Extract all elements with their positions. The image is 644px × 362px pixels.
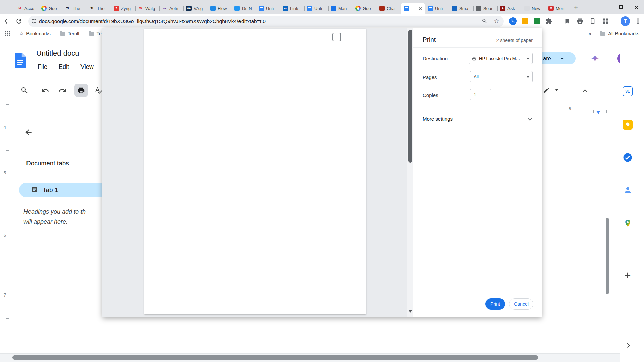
doc-scrollbar-thumb[interactable] [606,218,609,294]
close-icon [634,5,639,9]
editing-mode-button[interactable] [543,87,550,95]
horizontal-ruler-number: 6 [567,106,573,111]
more-settings-row[interactable]: More settings [413,111,542,128]
tab-favicon: W [138,6,143,11]
redo-icon[interactable] [58,86,66,96]
browser-tab[interactable]: W Walg [135,3,159,14]
tab-title: New [532,6,543,11]
tab-close-icon[interactable] [418,6,422,11]
document-tab-1[interactable]: Tab 1 [19,183,116,197]
zoom-icon[interactable] [482,18,487,24]
copies-input[interactable]: 1 [470,89,491,100]
more-settings-label: More settings [423,116,453,122]
bookmarks-overflow-icon[interactable]: » [588,30,591,37]
menu-item[interactable]: File [38,63,47,71]
browser-window: M Acco Goo TL The TL The Z Zy [0,0,644,362]
browser-tab[interactable]: TL The [87,3,111,14]
hide-menus-button[interactable] [583,89,587,94]
undo-icon[interactable] [41,86,49,96]
refresh-button[interactable] [15,17,22,25]
destination-label: Destination [423,56,448,61]
bookmark-item[interactable]: Terrill [60,31,79,36]
preview-content-square [332,33,341,41]
bookmark-item[interactable]: Bookmarks [19,30,51,37]
browser-tab[interactable]: Flow [208,3,232,14]
site-info-icon[interactable] [31,18,37,24]
tab-title: Sear [483,6,495,11]
browser-tab[interactable]: Sma [449,3,473,14]
spellcheck-icon[interactable] [95,86,103,96]
close-button[interactable] [629,0,644,14]
browser-tab[interactable]: Man [328,3,353,14]
get-addons-button[interactable]: + [623,269,633,282]
calendar-icon[interactable]: 31 [623,86,633,96]
browser-tab[interactable]: Goo [353,3,377,14]
menu-item[interactable]: Edit [59,63,69,71]
browser-tab[interactable]: Dr. N [232,3,256,14]
tab-favicon [355,6,361,11]
margin-marker-triangle[interactable] [596,111,601,116]
browser-tab[interactable]: M Acco [14,3,39,14]
browser-tab[interactable]: New [522,3,546,14]
tab-favicon [234,6,240,11]
docs-print-button[interactable] [74,84,88,97]
cancel-button[interactable]: Cancel [509,298,533,310]
share-button[interactable]: are [542,52,576,64]
browser-tab[interactable]: Unti [425,3,449,14]
print-toolbar-icon[interactable] [577,18,583,25]
browser-menu-icon[interactable] [637,20,639,22]
share-dropdown-icon[interactable] [560,58,564,61]
horizontal-scrollbar-thumb[interactable] [12,355,538,360]
browser-tab[interactable]: Unti [304,3,328,14]
pages-select[interactable]: All [470,71,533,82]
browser-tab[interactable]: TL The [63,3,87,14]
browser-tab[interactable]: Unti [256,3,280,14]
destination-select[interactable]: HP LaserJet Pro MFP M1 [469,53,533,64]
apps-grid-icon[interactable] [5,31,10,36]
tab-favicon [379,6,385,11]
docs-logo-icon[interactable] [15,53,26,70]
minimize-button[interactable] [598,0,613,14]
browser-tab[interactable]: Z Zyng [111,3,135,14]
url-text[interactable]: docs.google.com/document/d/19bXU3Go_ilgO… [39,16,476,27]
keep-icon[interactable] [623,120,633,130]
maximize-button[interactable] [613,0,629,14]
browser-tab[interactable]: M Men [546,3,570,14]
tab-groups-icon[interactable] [603,18,608,24]
browser-tab[interactable]: ae Aetn [159,3,183,14]
vertical-ruler-number: 4 [1,125,6,130]
browser-tab[interactable] [401,3,425,14]
gemini-icon[interactable] [591,54,599,64]
bookmark-star-icon[interactable] [494,18,499,25]
phone-extension-icon[interactable] [509,17,517,25]
browser-tab[interactable]: A Ask [497,3,522,14]
device-icon[interactable] [590,18,596,24]
docs-search-icon[interactable] [20,86,29,96]
all-bookmarks-button[interactable]: All Bookmarks [608,31,639,36]
back-button[interactable] [3,17,11,25]
green-extension-icon[interactable] [534,18,540,24]
omnibox[interactable]: docs.google.com/document/d/19bXU3Go_ilgO… [28,16,504,27]
editing-mode-caret-icon[interactable] [555,89,558,93]
bookmark-extension-icon[interactable] [564,18,570,24]
side-panel-divider [620,39,620,353]
browser-tab[interactable]: in Link [280,3,304,14]
new-tab-button[interactable]: + [571,3,581,12]
browser-tab[interactable]: Goo [39,3,63,14]
browser-tab[interactable]: VA VA.g [183,3,208,14]
browser-profile-avatar[interactable]: T [621,16,630,26]
print-button[interactable]: Print [485,298,505,310]
document-title[interactable]: Untitled docu [36,49,79,58]
preview-scrollbar-down-icon[interactable] [409,310,412,314]
back-button-docs-panel[interactable] [24,128,33,138]
extensions-puzzle-icon[interactable] [546,18,552,25]
orange-extension-icon[interactable] [522,18,528,24]
maps-icon[interactable] [623,218,633,228]
browser-tab[interactable]: Sear [473,3,497,14]
preview-scrollbar-thumb[interactable] [408,30,412,163]
tasks-icon[interactable] [623,152,633,163]
menu-item[interactable]: View [80,63,94,71]
pages-label: Pages [423,74,437,80]
browser-tab[interactable]: Cha [377,3,401,14]
contacts-icon[interactable] [623,185,633,195]
